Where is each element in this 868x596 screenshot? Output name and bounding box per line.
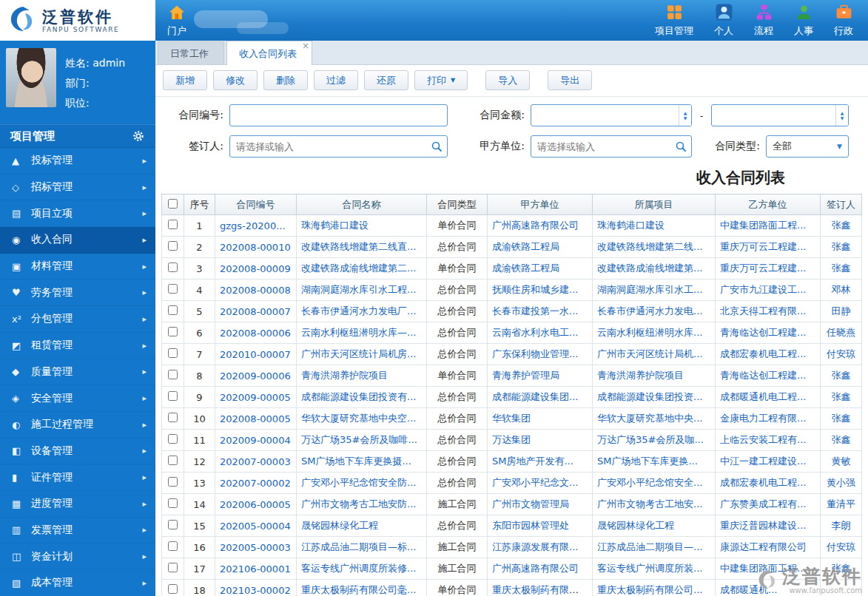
project-link[interactable]: 江苏成品油二期项目—...: [597, 541, 702, 552]
contract-no-link[interactable]: 202008-00010: [220, 242, 291, 253]
contract-name-link[interactable]: 改建铁路线增建第二线直...: [301, 241, 416, 252]
party-a-link[interactable]: 成渝铁路工程局: [492, 241, 559, 252]
project-link[interactable]: 改建铁路成渝线增建第...: [597, 263, 702, 274]
contract-no-input[interactable]: [229, 104, 448, 126]
party-a-link[interactable]: 青海养护管理局: [492, 370, 559, 381]
table-row[interactable]: 16202005-00003江苏成品油二期项目—标...施工合同江苏康源发展有限…: [162, 537, 862, 558]
contract-name-link[interactable]: 湖南洞庭湖水库引水工程...: [301, 284, 416, 295]
row-checkbox[interactable]: [168, 327, 178, 336]
contract-name-link[interactable]: 云南水利枢纽潜明水库—...: [301, 327, 416, 338]
signer-link[interactable]: 董清平: [827, 498, 855, 509]
tab-daily-work[interactable]: 日常工作: [158, 41, 224, 64]
contract-name-link[interactable]: 长春市伊通河水力发电厂...: [301, 305, 416, 316]
contract-no-link[interactable]: 202005-00003: [220, 542, 291, 553]
project-link[interactable]: 广州市天河区统计局机...: [597, 348, 702, 359]
contract-no-link[interactable]: 202005-00004: [220, 521, 291, 532]
party-a-link[interactable]: 重庆太极制药有限公司: [492, 584, 588, 595]
stepper-icon[interactable]: ▲▼: [835, 105, 848, 126]
signer-link[interactable]: 张鑫: [832, 241, 851, 252]
project-link[interactable]: 万达广场35#会所及咖...: [597, 434, 704, 445]
import-button[interactable]: 导入: [485, 70, 530, 90]
table-row[interactable]: 1gzgs-20200...珠海鹤港口建设单价合同广州高速路有限公司珠海鹤港口建…: [162, 215, 862, 237]
nav-item-personal[interactable]: 个人: [714, 3, 733, 38]
column-header[interactable]: 合同编号: [215, 194, 297, 215]
signer-link[interactable]: 黄小强: [827, 477, 855, 488]
contract-name-link[interactable]: 万达广场35#会所及咖啡...: [301, 434, 417, 445]
sidebar-item-subcontract[interactable]: x²分包管理▸: [0, 306, 155, 333]
party-b-link[interactable]: 中江一建工程建设...: [720, 456, 806, 467]
contract-name-link[interactable]: SM广场地下车库更换摄...: [301, 456, 411, 467]
project-link[interactable]: 珠海鹤港口建设: [597, 220, 665, 231]
sidebar-item-fund-plan[interactable]: ◫资金计划▸: [0, 543, 155, 570]
row-checkbox[interactable]: [168, 477, 178, 487]
party-a-link[interactable]: 成渝铁路工程局: [492, 263, 559, 274]
party-a-link[interactable]: 江苏康源发展有限...: [492, 541, 578, 552]
signer-link[interactable]: 张鑫: [832, 413, 851, 424]
portal-nav-item[interactable]: 门户: [167, 4, 186, 38]
project-link[interactable]: 长春市伊通河水力发电...: [597, 305, 702, 316]
row-checkbox[interactable]: [168, 520, 178, 529]
signer-link[interactable]: 张鑫: [832, 370, 851, 381]
contract-no-link[interactable]: 202008-00006: [220, 328, 291, 339]
table-row[interactable]: 2202008-00010改建铁路线增建第二线直...总价合同成渝铁路工程局改建…: [162, 237, 862, 258]
column-header[interactable]: 乙方单位: [716, 194, 821, 215]
signer-link[interactable]: 任晓燕: [827, 327, 855, 338]
sidebar-item-lease[interactable]: ◩租赁管理▸: [0, 333, 155, 359]
party-a-input[interactable]: [531, 135, 692, 158]
row-checkbox[interactable]: [168, 584, 178, 594]
contract-no-link[interactable]: 202009-00004: [220, 435, 291, 446]
column-header[interactable]: 序号: [184, 194, 215, 215]
table-row[interactable]: 11202009-00004万达广场35#会所及咖啡...总价合同万达集团万达广…: [162, 430, 862, 451]
sidebar-item-labor[interactable]: ♥劳务管理▸: [0, 280, 155, 306]
signer-link[interactable]: 付安琼: [827, 541, 855, 552]
contract-no-link[interactable]: 202009-00005: [220, 392, 291, 403]
nav-item-administration[interactable]: 行政: [834, 3, 853, 38]
party-b-link[interactable]: 广安市九江建设工...: [720, 284, 806, 295]
row-checkbox[interactable]: [168, 456, 178, 465]
contract-name-link[interactable]: 珠海鹤港口建设: [301, 220, 369, 231]
table-row[interactable]: 13202007-00002广安邓小平纪念馆安全防...总价合同广安邓小平纪念文…: [162, 473, 862, 494]
party-b-link[interactable]: 重庆万可云工程建...: [720, 241, 806, 252]
signer-link[interactable]: 田静: [832, 305, 851, 316]
contract-no-link[interactable]: 202106-00001: [220, 563, 291, 575]
row-checkbox[interactable]: [168, 284, 178, 294]
close-icon[interactable]: ×: [302, 41, 309, 51]
tab-income-contract-list[interactable]: 收入合同列表×: [226, 41, 312, 65]
party-b-link[interactable]: 广东赞美成工程有...: [720, 498, 806, 509]
column-header[interactable]: 合同名称: [297, 194, 427, 215]
contract-name-link[interactable]: 客运专线广州调度所装修...: [301, 563, 416, 574]
signer-link[interactable]: 张鑫: [832, 563, 851, 574]
project-link[interactable]: 成都能源建设集团投资...: [597, 391, 702, 402]
party-b-link[interactable]: 重庆泛普园林建设...: [720, 520, 806, 531]
party-a-link[interactable]: 万达集团: [492, 434, 531, 445]
contract-name-link[interactable]: 广州市天河区统计局机房...: [301, 348, 416, 359]
party-b-link[interactable]: 成都暖通机电工程...: [720, 391, 806, 402]
stepper-icon[interactable]: ▲▼: [679, 105, 691, 126]
row-checkbox[interactable]: [168, 391, 178, 401]
party-b-link[interactable]: 青海临达创工程建...: [720, 327, 806, 338]
contract-name-link[interactable]: 重庆太极制药有限公司毫...: [301, 584, 416, 595]
nav-item-workflow[interactable]: 流程: [754, 3, 773, 38]
contract-name-link[interactable]: 青海洪湖养护院项目: [301, 370, 388, 381]
contract-no-link[interactable]: gzgs-20200...: [220, 220, 286, 231]
search-icon[interactable]: [431, 140, 443, 155]
contract-no-link[interactable]: 202008-00005: [220, 413, 291, 424]
table-row[interactable]: 3202008-00009改建铁路成渝线增建第二...单价合同成渝铁路工程局改建…: [162, 258, 862, 280]
sidebar-section-project-management[interactable]: 项目管理: [0, 124, 155, 148]
signer-link[interactable]: 张鑫: [832, 263, 851, 274]
signer-link[interactable]: 付安琼: [827, 348, 855, 359]
restore-button[interactable]: 还原: [364, 70, 408, 90]
sidebar-item-invoice[interactable]: ▥发票管理▸: [0, 518, 155, 544]
contract-name-link[interactable]: 江苏成品油二期项目—标...: [301, 541, 416, 552]
party-b-link[interactable]: 金康电力工程有限...: [720, 413, 806, 424]
row-checkbox[interactable]: [168, 348, 178, 358]
sidebar-item-progress[interactable]: ▦进度管理▸: [0, 491, 155, 518]
table-row[interactable]: 18202103-00002重庆太极制药有限公司毫...单价合同重庆太极制药有限…: [162, 580, 862, 596]
project-link[interactable]: 云南水利枢纽潜明水库...: [597, 327, 702, 338]
sidebar-item-equipment[interactable]: ◧设备管理▸: [0, 438, 155, 465]
contract-type-select[interactable]: 全部 ▼: [766, 135, 849, 158]
row-checkbox[interactable]: [168, 563, 178, 572]
add-button[interactable]: 新增: [163, 70, 207, 90]
contract-no-link[interactable]: 202008-00007: [220, 306, 291, 317]
party-b-link[interactable]: 成都暖通机...: [720, 584, 777, 595]
